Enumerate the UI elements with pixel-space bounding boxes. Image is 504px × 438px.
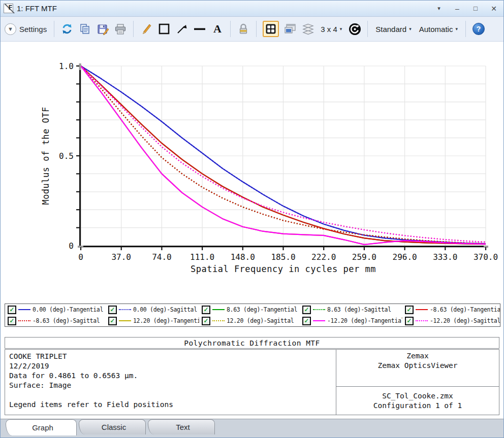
legend-line-sample — [18, 309, 30, 310]
chevron-down-icon: ▾ — [340, 26, 342, 31]
pencil-icon — [141, 23, 152, 35]
window-title: 1: FFT MTF — [17, 4, 57, 13]
legend-note: Legend items refer to Field positions — [9, 400, 332, 410]
toolbar-separator — [367, 21, 368, 37]
draw-line-button[interactable] — [193, 21, 206, 37]
legend-label: 8.63 (deg)-Tangential — [227, 306, 297, 313]
legend-checkbox[interactable]: ✓ — [8, 306, 16, 314]
print-button[interactable] — [114, 21, 127, 37]
legend-line-sample — [313, 320, 325, 321]
legend-item: ✓0.00 (deg)-Sagittal — [106, 306, 199, 314]
draw-rectangle-button[interactable] — [158, 21, 171, 37]
legend-checkbox[interactable]: ✓ — [405, 306, 414, 314]
svg-text:0: 0 — [78, 252, 83, 262]
line-icon — [193, 23, 206, 35]
layers-button[interactable] — [301, 21, 314, 37]
cascade-windows-button[interactable] — [284, 21, 297, 37]
spacer-line — [9, 390, 332, 400]
grid-layout-icon — [266, 24, 276, 34]
svg-text:0: 0 — [69, 241, 74, 251]
legend-label: 0.00 (deg)-Sagittal — [133, 306, 197, 313]
legend-checkbox[interactable]: ✓ — [8, 317, 16, 325]
x-axis-title: Spatial Frequency in cycles per mm — [191, 264, 376, 274]
settings-button[interactable]: ▼ Settings — [4, 23, 48, 35]
legend-line-sample — [18, 320, 30, 321]
legend-line-sample — [416, 309, 428, 310]
automatic-dropdown-label: Automatic — [419, 25, 453, 33]
plot-area: 1.00.50037.074.0111.0148.0185.0222.0259.… — [1, 42, 503, 420]
minimize-button[interactable]: – — [452, 5, 463, 13]
legend-checkbox[interactable]: ✓ — [108, 306, 117, 314]
legend-label: 8.63 (deg)-Sagittal — [327, 306, 391, 313]
legend-line-sample — [212, 309, 225, 310]
legend-line-sample — [119, 320, 131, 321]
close-button[interactable]: ✕ — [488, 5, 499, 13]
surface-info: Surface: Image — [9, 381, 332, 390]
legend-checkbox[interactable]: ✓ — [405, 317, 414, 325]
legend-checkbox[interactable]: ✓ — [302, 317, 311, 325]
refresh-button[interactable] — [60, 21, 74, 37]
copy-button[interactable] — [78, 21, 91, 37]
cascade-windows-icon — [284, 23, 296, 35]
wavelength-range: Data for 0.4861 to 0.6563 µm. — [9, 371, 332, 381]
grid-layout-toggle[interactable] — [263, 21, 279, 37]
insert-text-button[interactable]: A — [211, 21, 224, 37]
save-button[interactable] — [96, 21, 109, 37]
legend-line-sample — [416, 320, 428, 321]
svg-text:222.0: 222.0 — [311, 252, 336, 262]
rectangle-icon — [158, 23, 170, 35]
svg-text:370.0: 370.0 — [474, 252, 498, 262]
legend-label: 12.20 (deg)-Sagittal — [227, 317, 294, 324]
automatic-dropdown[interactable]: Automatic ▾ — [418, 25, 459, 33]
info-panel: COOKE TRIPLET 12/2/2019 Data for 0.4861 … — [5, 349, 499, 415]
lens-info-cell: COOKE TRIPLET 12/2/2019 Data for 0.4861 … — [5, 350, 336, 415]
app-icon: F — [4, 4, 13, 13]
standard-dropdown-label: Standard — [375, 25, 406, 33]
chevron-down-icon: ▾ — [455, 26, 458, 31]
toolbar-separator — [465, 21, 466, 37]
copy-icon — [79, 23, 90, 35]
legend-checkbox[interactable]: ✓ — [202, 306, 210, 314]
print-icon — [114, 23, 127, 35]
fft-mtf-window: { "window": { "title": "1: FFT MTF", "ap… — [0, 0, 504, 438]
legend-label: 0.00 (deg)-Tangential — [33, 306, 103, 313]
standard-dropdown[interactable]: Standard ▾ — [374, 25, 413, 33]
tab-classic[interactable]: Classic — [79, 419, 146, 434]
arrow-icon — [176, 23, 188, 35]
tab-graph[interactable]: Graph — [6, 419, 77, 435]
legend-item: ✓8.63 (deg)-Sagittal — [300, 306, 402, 314]
svg-text:A: A — [213, 23, 222, 35]
reset-rotation-button[interactable] — [348, 21, 361, 37]
legend-item: ✓12.20 (deg)-Tangential — [106, 317, 199, 325]
tab-text[interactable]: Text — [148, 419, 215, 434]
annotate-pencil-button[interactable] — [140, 21, 153, 37]
legend-item: ✓-12.20 (deg)-Sagittal — [402, 317, 500, 325]
lock-button[interactable] — [237, 21, 250, 37]
layout-dropdown[interactable]: 3 x 4 ▾ — [319, 25, 343, 33]
lens-title: COOKE TRIPLET — [9, 352, 332, 361]
legend-box: ✓0.00 (deg)-Tangential✓0.00 (deg)-Sagitt… — [5, 304, 500, 327]
app-icon-letter: F — [9, 4, 12, 11]
draw-arrow-button[interactable] — [175, 21, 188, 37]
help-button[interactable]: ? — [472, 21, 485, 37]
legend-label: -8.63 (deg)-Tangential — [430, 306, 500, 313]
file-name: SC_Tol_Cooke.zmx — [382, 391, 453, 401]
maximize-button[interactable]: □ — [470, 5, 481, 12]
toolbar-separator — [133, 21, 134, 37]
legend-checkbox[interactable]: ✓ — [202, 317, 210, 325]
settings-label: Settings — [19, 25, 47, 33]
configuration-info: Configuration 1 of 1 — [373, 401, 462, 411]
window-menu-dropdown-icon[interactable]: ▾ — [433, 5, 445, 12]
legend-item: ✓-8.63 (deg)-Sagittal — [5, 317, 106, 325]
svg-text:296.0: 296.0 — [393, 252, 417, 262]
legend-item: ✓8.63 (deg)-Tangential — [199, 306, 300, 314]
toolbar-separator — [256, 21, 257, 37]
svg-text:148.0: 148.0 — [231, 252, 255, 262]
lens-date: 12/2/2019 — [9, 361, 332, 371]
svg-text:259.0: 259.0 — [352, 252, 376, 262]
legend-item: ✓12.20 (deg)-Sagittal — [199, 317, 300, 325]
help-icon: ? — [472, 23, 485, 35]
legend-checkbox[interactable]: ✓ — [108, 317, 117, 325]
legend-checkbox[interactable]: ✓ — [302, 306, 311, 314]
legend-label: -12.20 (deg)-Tangential — [327, 317, 402, 324]
